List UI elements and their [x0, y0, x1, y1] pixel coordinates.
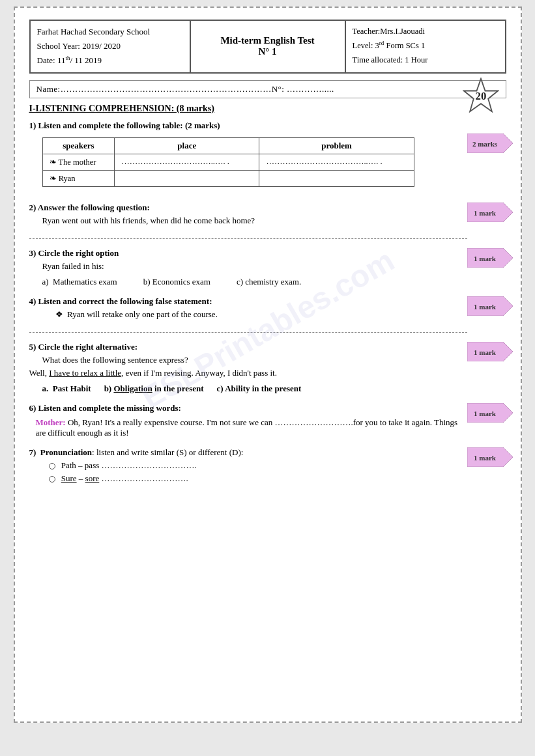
cell-place-2 [115, 170, 259, 186]
question-4-block: 4) Listen and correct the following fals… [29, 296, 506, 333]
q7-sure: Sure [61, 473, 77, 483]
question-5-block: 5) Circle the right alternative: What do… [29, 342, 506, 394]
q7-label: 7) Pronunciation: listen and write simil… [29, 447, 467, 458]
time-allocated: Time allocated: 1 Hour [353, 53, 499, 67]
circle-bullet-1 [49, 463, 55, 469]
header-right: Teacher:Mrs.I.Jaouadi Level: 3rd Form SC… [346, 21, 505, 72]
q4-answer-line [29, 322, 467, 333]
question-2-block: 2) Answer the following question: Ryan w… [29, 203, 506, 239]
cell-problem-1: ………………………………..…. . [259, 154, 414, 170]
svg-text:1 mark: 1 mark [474, 255, 497, 262]
q5-option-c: c) Ability in the present [217, 384, 302, 394]
q5-intro: What does the following sentence express… [42, 355, 467, 365]
svg-text:2 marks: 2 marks [472, 140, 497, 148]
q5-option-a: a. Past Habit [42, 384, 91, 394]
svg-text:1 mark: 1 mark [474, 348, 497, 356]
q3-options: a) Mathematics exam b) Economics exam c)… [42, 277, 467, 287]
q6-body: Oh, Ryan! It's a really expensive course… [36, 417, 458, 438]
name-row: Name:………………………………………………………………N°: …………...… [29, 80, 506, 98]
q4-label: 4) Listen and correct the following fals… [29, 296, 467, 307]
list-item: Sure – sore …………………………. [49, 473, 467, 484]
cell-problem-2 [259, 170, 414, 186]
exam-title-line1: Mid-term English Test [220, 35, 314, 46]
q1-label: 1) Listen and complete the following tab… [29, 120, 467, 131]
q3-option-b: b) Economics exam [143, 277, 210, 287]
q3-intro: Ryan failed in his: [42, 261, 467, 272]
q4-mark-badge: 1 mark [467, 296, 513, 318]
section1-title: I-LISTENING COMPREHENSION: (8 marks) [29, 104, 506, 114]
teacher-name: Teacher:Mrs.I.Jaouadi [353, 25, 499, 38]
q3-label: 3) Circle the right option [29, 248, 467, 259]
svg-text:20: 20 [475, 89, 486, 102]
school-year: School Year: 2019/ 2020 [37, 39, 183, 53]
cell-speaker-2: ❧ Ryan [42, 170, 115, 186]
header-center: Mid-term English Test N° 1 [191, 21, 346, 72]
q5-underline: I have to relax a little [49, 368, 121, 378]
q5-sentence: Well, I have to relax a little, even if … [29, 368, 467, 378]
question-7-block: 7) Pronunciation: listen and write simil… [29, 447, 506, 484]
q5-option-b: b) Obligation in the present [104, 384, 204, 394]
q1-mark-badge: 2 marks [467, 133, 513, 156]
q2-label: 2) Answer the following question: [29, 203, 467, 213]
q2-answer-line [29, 229, 467, 239]
table-row: ❧ Ryan [42, 170, 414, 186]
svg-text:1 mark: 1 mark [474, 303, 497, 311]
q7-mark-badge: 1 mark [467, 447, 513, 469]
q7-items: Path – pass ……………………………. Sure – sore ………… [49, 460, 467, 484]
q6-text: Mother: Oh, Ryan! It's a really expensiv… [36, 417, 467, 438]
list-item: Path – pass ……………………………. [49, 460, 467, 471]
name-field-label: Name:………………………………………………………………N°: …………...… [36, 84, 499, 94]
q6-label: 6) Listen and complete the missing words… [29, 403, 467, 413]
exam-page: ESLPrintables.com Farhat Hachad Secondar… [14, 7, 522, 723]
q6-mother-label: Mother: [36, 417, 66, 427]
q5-label: 5) Circle the right alternative: [29, 342, 467, 352]
score-star: 20 [463, 77, 499, 114]
q2-mark-badge: 1 mark [467, 203, 513, 225]
question-6-block: 6) Listen and complete the missing words… [29, 403, 506, 438]
q3-option-c: c) chemistry exam. [237, 277, 301, 287]
q3-option-a: a) Mathematics exam [42, 277, 117, 287]
q1-table: speakers place problem ❧ The mother …………… [42, 137, 414, 187]
level-info: Level: 3rd Form SCs 1 [353, 38, 499, 53]
q2-question-text: Ryan went out with his friends, when did… [42, 216, 467, 226]
q7-sore: sore [85, 473, 100, 483]
col-speakers: speakers [42, 137, 115, 154]
q3-mark-badge: 1 mark [467, 248, 513, 270]
q4-statement: ❖ Ryan will retake only one part of the … [55, 309, 467, 320]
q5-options: a. Past Habit b) Obligation in the prese… [42, 384, 467, 394]
exam-title-line2: N° 1 [220, 46, 314, 57]
svg-text:1 mark: 1 mark [474, 410, 497, 417]
svg-text:1 mark: 1 mark [474, 209, 497, 217]
question-1-block: 1) Listen and complete the following tab… [29, 120, 506, 193]
school-name: Farhat Hachad Secondary School [37, 25, 183, 39]
q6-mark-badge: 1 mark [467, 403, 513, 425]
header-left: Farhat Hachad Secondary School School Ye… [31, 21, 191, 72]
col-place: place [115, 137, 259, 154]
header: Farhat Hachad Secondary School School Ye… [29, 20, 506, 74]
cell-speaker-1: ❧ The mother [42, 154, 115, 170]
circle-bullet-2 [49, 476, 55, 483]
table-row: ❧ The mother ……………………………..…. . ………………………… [42, 154, 414, 170]
cell-place-1: ……………………………..…. . [115, 154, 259, 170]
col-problem: problem [259, 137, 414, 154]
question-3-block: 3) Circle the right option Ryan failed i… [29, 248, 506, 287]
q5-mark-badge: 1 mark [467, 342, 513, 364]
exam-date: Date: 11th/ 11 2019 [37, 53, 183, 68]
svg-text:1 mark: 1 mark [474, 454, 497, 462]
